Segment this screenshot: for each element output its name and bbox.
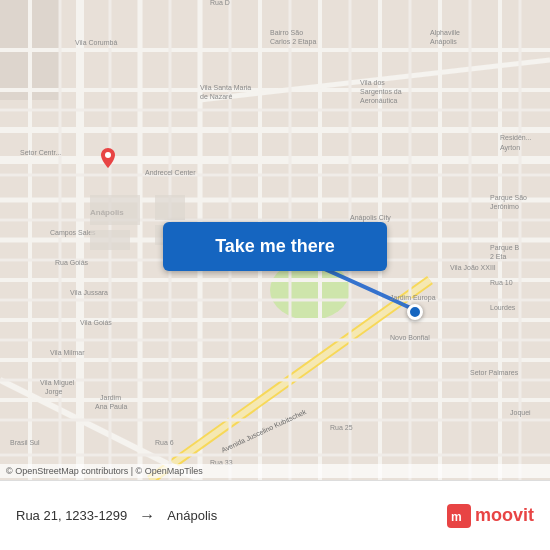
- map-container: Vila Corumbá Bairro São Carlos 2 Etapa A…: [0, 0, 550, 480]
- svg-rect-87: [90, 230, 130, 250]
- svg-point-90: [105, 152, 111, 158]
- svg-text:Rua D: Rua D: [210, 0, 230, 6]
- svg-text:Joquei: Joquei: [510, 409, 531, 417]
- destination-dot: [407, 304, 423, 320]
- svg-text:Rua 6: Rua 6: [155, 439, 174, 446]
- svg-text:de Nazaré: de Nazaré: [200, 93, 232, 100]
- svg-text:Anápolis: Anápolis: [430, 38, 457, 46]
- origin-pin: [98, 148, 118, 172]
- svg-text:Setor Centr...: Setor Centr...: [20, 149, 61, 156]
- moovit-brand: moovit: [475, 505, 534, 526]
- svg-text:Bairro São: Bairro São: [270, 29, 303, 36]
- route-to: Anápolis: [167, 508, 217, 523]
- svg-text:Aeronáutica: Aeronáutica: [360, 97, 397, 104]
- route-arrow: →: [139, 507, 155, 525]
- svg-text:Rua Goiás: Rua Goiás: [55, 259, 89, 266]
- svg-text:Sargentos da: Sargentos da: [360, 88, 402, 96]
- svg-text:Ana Paula: Ana Paula: [95, 403, 127, 410]
- svg-text:Carlos 2 Etapa: Carlos 2 Etapa: [270, 38, 316, 46]
- svg-text:Ayrton: Ayrton: [500, 144, 520, 152]
- svg-text:Jardim Europa: Jardim Europa: [390, 294, 436, 302]
- svg-text:Vila Miguel: Vila Miguel: [40, 379, 75, 387]
- route-from: Rua 21, 1233-1299: [16, 508, 127, 523]
- moovit-icon: m: [447, 504, 471, 528]
- svg-text:Jardim: Jardim: [100, 394, 121, 401]
- svg-text:Jerônimo: Jerônimo: [490, 203, 519, 210]
- svg-rect-88: [155, 195, 185, 220]
- svg-text:Parque B: Parque B: [490, 244, 520, 252]
- svg-text:Vila João XXIII: Vila João XXIII: [450, 264, 496, 271]
- svg-text:Vila Milmar: Vila Milmar: [50, 349, 85, 356]
- svg-text:Parque São: Parque São: [490, 194, 527, 202]
- svg-text:Vila Corumbá: Vila Corumbá: [75, 39, 117, 46]
- svg-text:Brasil Sul: Brasil Sul: [10, 439, 40, 446]
- svg-text:Vila Jussara: Vila Jussara: [70, 289, 108, 296]
- svg-text:Vila Santa Maria: Vila Santa Maria: [200, 84, 251, 91]
- map-attribution: © OpenStreetMap contributors | © OpenMap…: [0, 464, 550, 478]
- svg-text:Alphaville: Alphaville: [430, 29, 460, 37]
- take-me-there-button[interactable]: Take me there: [163, 222, 387, 271]
- svg-text:Andrecel Center: Andrecel Center: [145, 169, 196, 176]
- svg-text:2 Eta: 2 Eta: [490, 253, 506, 260]
- svg-text:Anápolis City: Anápolis City: [350, 214, 391, 222]
- route-info: Rua 21, 1233-1299 → Anápolis: [16, 507, 447, 525]
- svg-text:Lourdes: Lourdes: [490, 304, 516, 311]
- svg-text:Vila dos: Vila dos: [360, 79, 385, 86]
- moovit-logo: m moovit: [447, 504, 534, 528]
- svg-text:Residên...: Residên...: [500, 134, 532, 141]
- svg-text:Campos Sales: Campos Sales: [50, 229, 96, 237]
- bottom-bar: Rua 21, 1233-1299 → Anápolis m moovit: [0, 480, 550, 550]
- svg-text:Vila Goiás: Vila Goiás: [80, 319, 112, 326]
- svg-text:Jorge: Jorge: [45, 388, 63, 396]
- svg-text:Novo Bonfial: Novo Bonfial: [390, 334, 430, 341]
- svg-text:Setor Palmares: Setor Palmares: [470, 369, 519, 376]
- svg-rect-86: [90, 195, 140, 225]
- svg-text:Rua 25: Rua 25: [330, 424, 353, 431]
- svg-text:Rua 10: Rua 10: [490, 279, 513, 286]
- svg-text:m: m: [451, 510, 462, 524]
